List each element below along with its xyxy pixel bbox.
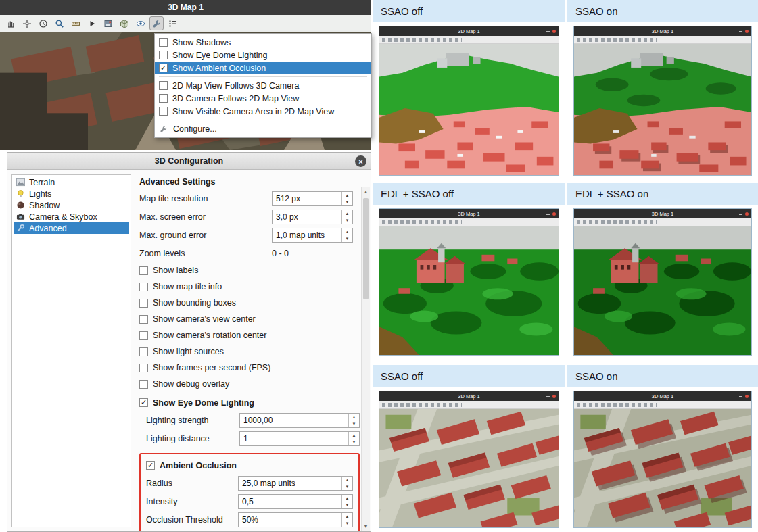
menu-item-3d-follows-2d[interactable]: 3D Camera Follows 2D Map View [155, 92, 371, 105]
play-icon[interactable] [85, 16, 99, 30]
panel-heading: Advanced Settings [139, 174, 360, 189]
eye-icon[interactable] [133, 16, 147, 30]
dialog-body: Terrain Lights Shadow [7, 170, 371, 531]
spin-down-icon[interactable]: ▼ [342, 199, 352, 205]
checkbox-show-labels[interactable]: Show labels [139, 262, 360, 279]
spin-up-icon[interactable]: ▲ [349, 414, 359, 420]
spinbox-arrows: ▲ ▼ [341, 513, 352, 527]
legend-icon[interactable] [166, 16, 180, 30]
dialog-scrollbar[interactable]: ▲ ▼ [361, 187, 370, 531]
mini-toolbar [574, 218, 751, 226]
checkbox-show-debug-overlay[interactable]: Show debug overlay [139, 376, 360, 392]
camera-control-icon[interactable] [20, 16, 34, 30]
scroll-down-icon[interactable]: ▼ [362, 522, 370, 531]
menu-item-show-eye-dome-lighting[interactable]: Show Eye Dome Lighting [155, 49, 371, 62]
checkbox-icon [139, 364, 148, 372]
mini-toolbar [574, 36, 751, 44]
spin-up-icon[interactable]: ▲ [349, 432, 359, 439]
spin-up-icon[interactable]: ▲ [342, 210, 352, 217]
spinbox-value[interactable]: 1 [240, 432, 348, 445]
checkbox-show-map-tile-info[interactable]: Show map tile info [139, 279, 360, 295]
intensity-spinbox[interactable]: 0,5 ▲ ▼ [238, 494, 353, 509]
spin-down-icon[interactable]: ▼ [342, 217, 352, 224]
field-label: Intensity [146, 497, 238, 506]
spin-down-icon[interactable]: ▼ [342, 483, 352, 490]
spin-down-icon[interactable]: ▼ [342, 502, 352, 508]
spinbox-value[interactable]: 50% [239, 513, 341, 527]
sidebar-item-label: Advanced [29, 224, 67, 233]
map-tile-resolution-spinbox[interactable]: 512 px ▲ ▼ [272, 191, 353, 206]
compare-image-wrap: 3D Map 1 [567, 205, 758, 360]
sidebar-item-lights[interactable]: Lights [14, 188, 129, 199]
checkbox-show-fps[interactable]: Show frames per second (FPS) [139, 360, 360, 376]
scroll-up-icon[interactable]: ▲ [362, 187, 370, 196]
sidebar-item-advanced[interactable]: Advanced [14, 222, 129, 234]
scrollbar-thumb[interactable] [363, 198, 369, 299]
spin-down-icon[interactable]: ▼ [349, 420, 359, 427]
menu-item-show-ambient-occlusion[interactable]: ✓ Show Ambient Occlusion [155, 62, 371, 74]
spin-up-icon[interactable]: ▲ [342, 228, 352, 235]
radius-spinbox[interactable]: 25,0 map units ▲ ▼ [238, 476, 353, 491]
spinbox-arrows: ▲ ▼ [341, 477, 352, 490]
spin-down-icon[interactable]: ▼ [342, 235, 352, 242]
minimize-icon [546, 214, 550, 215]
spinbox-arrows: ▲ ▼ [341, 228, 352, 242]
spin-up-icon[interactable]: ▲ [342, 192, 352, 199]
zoom-icon[interactable] [52, 16, 66, 30]
checkbox-show-bounding-boxes[interactable]: Show bounding boxes [139, 295, 360, 311]
max-ground-error-spinbox[interactable]: 1,0 map units ▲ ▼ [272, 228, 353, 243]
render-ssao-on-top [574, 44, 751, 175]
sidebar-item-shadow[interactable]: Shadow [14, 199, 129, 211]
mini-toolbar [379, 36, 559, 44]
spinbox-value[interactable]: 25,0 map units [239, 477, 341, 490]
occlusion-threshold-spinbox[interactable]: 50% ▲ ▼ [238, 512, 353, 527]
shadow-sphere-icon [16, 201, 25, 210]
spin-up-icon[interactable]: ▲ [342, 477, 352, 483]
minimize-icon [739, 214, 742, 215]
spinbox-value[interactable]: 1,0 map units [273, 228, 341, 242]
spinbox-value[interactable]: 1000,00 [240, 414, 348, 427]
map-view-settings-wrench-icon[interactable] [149, 16, 164, 30]
menu-item-label: Configure... [173, 124, 217, 134]
compare-image-wrap: 3D Map 1 [373, 22, 565, 180]
field-label: Lighting strength [146, 416, 239, 425]
spinbox-value[interactable]: 512 px [273, 192, 341, 205]
field-lighting-strength: Lighting strength 1000,00 ▲ ▼ [146, 411, 360, 429]
sidebar-item-label: Camera & Skybox [29, 212, 97, 222]
save-image-icon[interactable] [101, 16, 115, 30]
close-glyph: × [358, 158, 362, 166]
field-label: Map tile resolution [139, 194, 272, 203]
field-label: Zoom levels [139, 249, 272, 258]
field-map-tile-resolution: Map tile resolution 512 px ▲ ▼ [139, 189, 360, 208]
lighting-distance-spinbox[interactable]: 1 ▲ ▼ [239, 431, 360, 446]
menu-item-2d-follows-3d[interactable]: 2D Map View Follows 3D Camera [155, 79, 371, 92]
spin-down-icon[interactable]: ▼ [349, 439, 359, 445]
sidebar-item-terrain[interactable]: Terrain [14, 176, 129, 188]
spin-up-icon[interactable]: ▲ [342, 513, 352, 520]
close-dot-icon [745, 212, 749, 216]
checkbox-show-camera-rotation-center[interactable]: Show camera's rotation center [139, 327, 360, 343]
export-3d-icon[interactable] [117, 16, 131, 30]
max-screen-error-spinbox[interactable]: 3,0 px ▲ ▼ [272, 210, 353, 224]
checkbox-ambient-occlusion[interactable]: ✓ Ambient Occlusion [146, 457, 353, 474]
measure-line-icon[interactable] [68, 16, 82, 30]
menu-item-configure[interactable]: Configure... [155, 122, 371, 135]
map-window-title: 3D Map 1 [168, 3, 204, 12]
checkbox-show-light-sources[interactable]: Show light sources [139, 343, 360, 360]
spinbox-value[interactable]: 3,0 px [273, 210, 341, 224]
animation-icon[interactable] [36, 16, 50, 30]
checkbox-show-eye-dome-lighting[interactable]: ✓ Show Eye Dome Lighting [139, 394, 360, 411]
close-icon[interactable]: × [355, 155, 366, 167]
checkbox-show-camera-view-center[interactable]: Show camera's view center [139, 311, 360, 327]
spin-down-icon[interactable]: ▼ [342, 520, 352, 527]
menu-item-show-shadows[interactable]: Show Shadows [155, 36, 371, 49]
mini-title: 3D Map 1 [652, 211, 674, 217]
sidebar-item-camera-skybox[interactable]: Camera & Skybox [14, 211, 129, 222]
checkbox-label: Show bounding boxes [153, 298, 236, 308]
mini-map-window: 3D Map 1 [573, 208, 752, 356]
spinbox-value[interactable]: 0,5 [239, 495, 341, 508]
lighting-strength-spinbox[interactable]: 1000,00 ▲ ▼ [239, 413, 360, 428]
pan-icon[interactable] [3, 16, 18, 30]
menu-item-show-visible-camera-area[interactable]: Show Visible Camera Area in 2D Map View [155, 105, 371, 118]
spin-up-icon[interactable]: ▲ [342, 495, 352, 502]
